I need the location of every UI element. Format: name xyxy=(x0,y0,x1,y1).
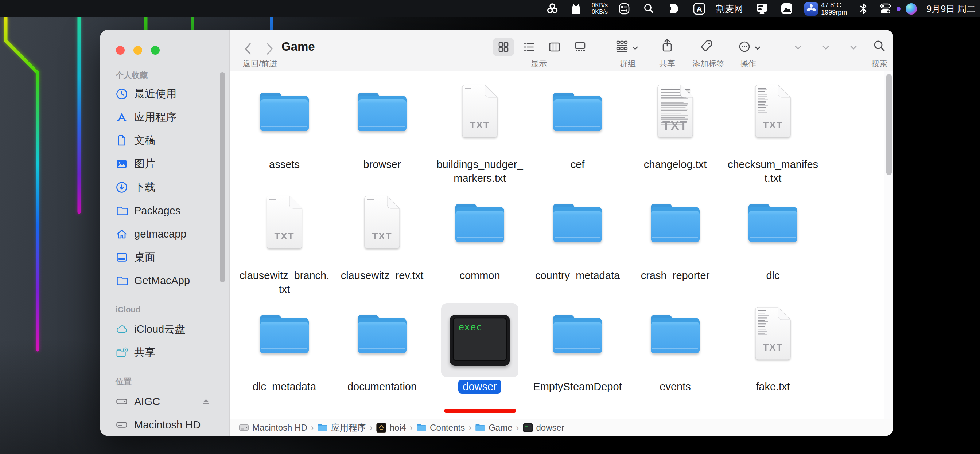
zoom-window-button[interactable] xyxy=(151,46,160,55)
file-tile-EmptySteamDepot[interactable]: EmptySteamDepot xyxy=(529,303,626,414)
collapsed-toolbar-item-1[interactable] xyxy=(793,43,803,54)
file-tile-fake.txt[interactable]: TXT fake.txt xyxy=(724,303,822,414)
sidebar-item-GetMacApp[interactable]: GetMacApp xyxy=(100,269,229,292)
file-tile-checksum_manifest.txt[interactable]: TXT checksum_manifest.txt xyxy=(724,81,822,192)
drive-icon xyxy=(116,395,128,408)
actions-button[interactable] xyxy=(737,39,752,56)
search-button[interactable] xyxy=(872,39,887,55)
control-center-menu-icon[interactable] xyxy=(879,0,892,17)
file-label: fake.txt xyxy=(727,380,819,394)
photos-menu-icon[interactable] xyxy=(780,0,793,17)
network-speed[interactable]: 0KB/s 0KB/s xyxy=(592,0,608,17)
file-tile-assets[interactable]: assets xyxy=(235,81,333,192)
minimize-window-button[interactable] xyxy=(134,46,142,55)
file-browser-content: assets browser TXT buildings_nudger_mark… xyxy=(230,71,893,419)
sidebar-scrollbar[interactable] xyxy=(220,72,225,283)
path-item-Game[interactable]: Game xyxy=(475,423,512,433)
sidebar-item-共享[interactable]: 共享 xyxy=(100,341,229,364)
file-tile-crash_reporter[interactable]: crash_reporter xyxy=(626,192,724,303)
view-as-columns-button[interactable] xyxy=(544,38,565,56)
cat-menu-icon[interactable] xyxy=(570,0,582,17)
sidebar-item-label: AIGC xyxy=(134,396,160,408)
file-label: cef xyxy=(531,157,624,171)
siri-menu-icon[interactable] xyxy=(905,0,917,17)
sidebar-item-label: 最近使用 xyxy=(134,87,177,101)
sidebar-item-桌面[interactable]: 桌面 xyxy=(100,246,229,269)
content-scrollbar-thumb[interactable] xyxy=(886,74,892,175)
sidebar-item-getmacapp[interactable]: getmacapp xyxy=(100,222,229,246)
svg-text:TXT: TXT xyxy=(469,119,490,130)
path-separator: › xyxy=(370,423,372,433)
bluetooth-menu-icon[interactable] xyxy=(858,0,869,17)
path-item-dowser[interactable]: dowser xyxy=(523,423,565,433)
file-tile-country_metadata[interactable]: country_metadata xyxy=(529,192,626,303)
file-label: clausewitz_branch.txt xyxy=(238,268,331,296)
collapsed-toolbar-item-3[interactable] xyxy=(849,43,858,54)
switches-menu-icon[interactable] xyxy=(618,0,630,17)
input-method-menu-icon[interactable]: A xyxy=(692,0,706,17)
eject-icon[interactable] xyxy=(201,397,211,406)
menu-bar-date[interactable]: 9月9日 周二 xyxy=(926,0,975,17)
file-tile-events[interactable]: events xyxy=(626,303,724,414)
file-tile-dlc[interactable]: dlc xyxy=(724,192,822,303)
path-item-hoi4[interactable]: hoi4 xyxy=(376,423,406,433)
fan-temperature: 47.8°C xyxy=(821,2,841,9)
file-tile-changelog.txt[interactable]: TXT changelog.txt xyxy=(626,81,724,192)
sidebar-item-AIGC[interactable]: AIGC xyxy=(100,390,229,413)
folder-sm-icon xyxy=(416,424,426,432)
folder-icon xyxy=(636,192,714,266)
folder-icon xyxy=(539,303,616,378)
finder-window: 个人收藏 最近使用 应用程序 文稿 图片 下载 Packages getmaca… xyxy=(100,30,893,436)
cloud-icon xyxy=(116,323,128,336)
file-tile-dlc_metadata[interactable]: dlc_metadata xyxy=(235,303,333,414)
back-button[interactable] xyxy=(242,41,255,58)
display-menu-icon[interactable] xyxy=(756,0,768,17)
view-as-list-button[interactable] xyxy=(519,38,539,56)
site-name-menu-item[interactable]: 割麦网 xyxy=(716,0,743,17)
content-scrollbar-track[interactable] xyxy=(884,71,893,419)
sidebar-item-文稿[interactable]: 文稿 xyxy=(100,129,229,152)
file-label: changelog.txt xyxy=(629,157,722,171)
file-tile-cef[interactable]: cef xyxy=(529,81,626,192)
file-label: country_metadata xyxy=(531,268,624,283)
file-tile-buildings_nudger_markers.txt[interactable]: TXT buildings_nudger_markers.txt xyxy=(431,81,529,192)
file-tile-dowser[interactable]: exec dowser xyxy=(431,303,529,414)
fan-control-menu-item[interactable]: 47.8°C 1999rpm xyxy=(804,0,847,17)
path-bar: Macintosh HD› 应用程序› hoi4› Contents› Game… xyxy=(230,419,893,436)
share-button[interactable] xyxy=(660,38,675,56)
view-as-icons-button[interactable] xyxy=(493,38,514,56)
txt-file-icon: TXT xyxy=(734,81,811,155)
file-tile-browser[interactable]: browser xyxy=(333,81,431,192)
forward-button[interactable] xyxy=(263,41,275,58)
sidebar-item-最近使用[interactable]: 最近使用 xyxy=(100,83,229,106)
path-item-应用程序[interactable]: 应用程序 xyxy=(318,422,366,433)
file-tile-documentation[interactable]: documentation xyxy=(333,303,431,414)
file-tile-clausewitz_rev.txt[interactable]: TXT clausewitz_rev.txt xyxy=(333,192,431,303)
file-label: common xyxy=(433,268,526,283)
sidebar-item-label: 下载 xyxy=(134,180,155,195)
d-app-menu-icon[interactable] xyxy=(668,0,679,17)
search-menu-icon[interactable] xyxy=(643,0,654,17)
clover-menu-icon[interactable] xyxy=(546,0,559,17)
file-tile-common[interactable]: common xyxy=(431,192,529,303)
sidebar-list: 个人收藏 最近使用 应用程序 文稿 图片 下载 Packages getmaca… xyxy=(100,30,229,436)
path-item-Macintosh HD[interactable]: Macintosh HD xyxy=(239,423,307,433)
file-label: events xyxy=(629,380,722,394)
collapsed-toolbar-item-2[interactable] xyxy=(821,43,830,54)
sidebar-item-图片[interactable]: 图片 xyxy=(100,152,229,176)
sidebar-item-Packages[interactable]: Packages xyxy=(100,199,229,222)
add-tags-label: 添加标签 xyxy=(688,58,729,69)
photo-icon xyxy=(116,158,128,170)
file-tile-clausewitz_branch.txt[interactable]: TXT clausewitz_branch.txt xyxy=(235,192,333,303)
sidebar-item-label: iCloud云盘 xyxy=(134,322,185,337)
path-item-Contents[interactable]: Contents xyxy=(416,423,465,433)
sidebar-item-应用程序[interactable]: 应用程序 xyxy=(100,106,229,129)
sidebar-item-iCloud云盘[interactable]: iCloud云盘 xyxy=(100,318,229,341)
sidebar-item-Macintosh HD[interactable]: Macintosh HD xyxy=(100,413,229,436)
view-as-gallery-button[interactable] xyxy=(570,38,590,56)
sidebar-section-个人收藏: 个人收藏 最近使用 应用程序 文稿 图片 下载 Packages getmaca… xyxy=(100,68,229,292)
group-button[interactable] xyxy=(615,39,629,56)
sidebar-item-下载[interactable]: 下载 xyxy=(100,176,229,199)
close-window-button[interactable] xyxy=(116,46,125,55)
add-tags-button[interactable] xyxy=(698,39,714,56)
